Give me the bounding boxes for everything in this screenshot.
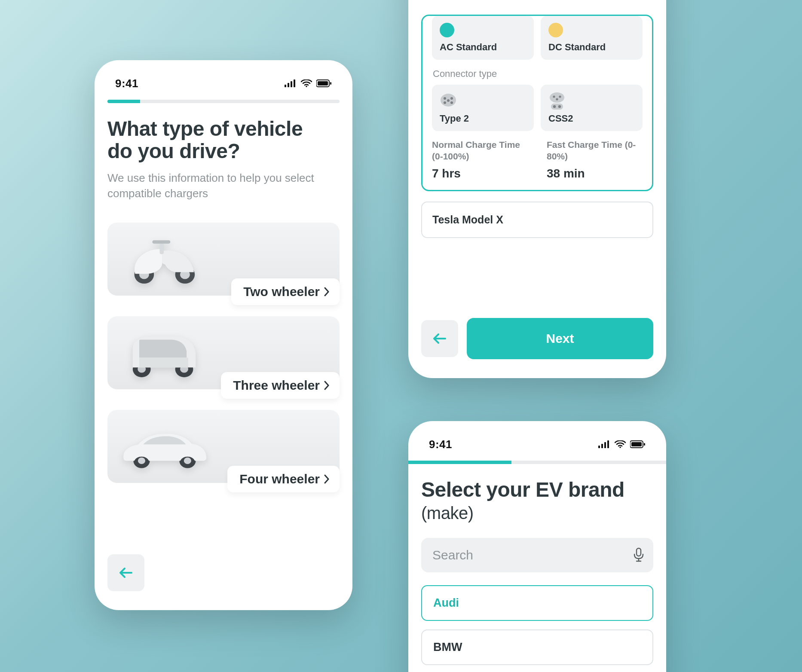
svg-point-31 (559, 95, 561, 98)
type2-connector-icon (440, 92, 457, 109)
progress-fill (408, 461, 511, 464)
svg-point-28 (447, 99, 450, 102)
svg-rect-7 (330, 82, 331, 85)
progress-bar (408, 461, 666, 464)
back-button[interactable] (107, 554, 144, 591)
time-value: 7 hrs (432, 167, 528, 180)
vehicle-options: Two wheeler (107, 223, 340, 483)
css2-connector-icon (548, 92, 566, 109)
status-icons (285, 79, 332, 87)
status-bar: 9:41 (95, 60, 352, 97)
next-button-label: Next (546, 331, 574, 346)
svg-rect-0 (285, 85, 286, 87)
svg-rect-44 (637, 548, 641, 556)
next-button[interactable]: Next (467, 318, 653, 359)
screen-select-brand: 9:41 Select your EV brand (make) Audi (408, 421, 666, 672)
option-three-wheeler[interactable]: Three wheeler (107, 316, 340, 389)
svg-point-26 (444, 101, 446, 104)
brand-item-bmw[interactable]: BMW (421, 629, 653, 665)
svg-rect-33 (551, 104, 563, 110)
svg-point-22 (184, 458, 191, 464)
svg-point-34 (553, 105, 556, 108)
svg-point-35 (558, 105, 561, 108)
normal-charge-time: Normal Charge Time (0-100%) 7 hrs (432, 139, 528, 180)
brand-name: Audi (433, 596, 459, 609)
status-bar: 9:41 (408, 421, 666, 458)
option-label: Four wheeler (227, 466, 340, 492)
arrow-left-icon (119, 567, 133, 579)
charger-ac-chip[interactable]: AC Standard (432, 16, 534, 60)
svg-rect-43 (644, 443, 645, 446)
screen-vehicle-type: 9:41 What type of vehicle do you drive? … (95, 60, 352, 610)
vehicle-option-tesla-model-x[interactable]: Tesla Model X (421, 202, 653, 238)
selected-vehicle-card: AC Standard DC Standard Connector type T… (421, 15, 653, 191)
brand-list: Audi BMW (421, 585, 653, 665)
battery-icon (630, 440, 646, 448)
cellular-icon (598, 440, 610, 448)
svg-rect-37 (601, 444, 603, 448)
svg-point-24 (444, 97, 446, 100)
option-label-text: Four wheeler (239, 472, 320, 486)
page-title: What type of vehicle do you drive? (107, 118, 340, 162)
option-label: Two wheeler (231, 278, 340, 305)
title-main: Select your EV brand (421, 478, 624, 501)
cellular-icon (285, 79, 297, 87)
option-label-text: Tesla Model X (432, 214, 503, 226)
svg-rect-2 (291, 81, 292, 87)
svg-point-40 (619, 446, 621, 448)
option-label-text: Three wheeler (233, 378, 320, 393)
progress-fill (107, 100, 140, 103)
title-line-1: What type of vehicle (107, 117, 303, 140)
chevron-right-icon (323, 380, 330, 391)
back-button[interactable] (421, 320, 458, 357)
option-label: Three wheeler (221, 372, 340, 399)
connector-type2-chip[interactable]: Type 2 (432, 85, 534, 131)
chevron-right-icon (323, 474, 330, 484)
svg-rect-39 (607, 440, 609, 448)
microphone-icon[interactable] (633, 547, 645, 563)
svg-rect-13 (152, 241, 170, 244)
screen-charger-details: AC Standard DC Standard Connector type T… (408, 0, 666, 378)
svg-rect-42 (631, 442, 642, 446)
svg-point-29 (550, 92, 564, 103)
search-input[interactable] (432, 548, 633, 562)
chevron-right-icon (323, 287, 330, 297)
svg-point-20 (138, 458, 145, 464)
chip-label: Type 2 (440, 113, 526, 124)
status-time: 9:41 (115, 77, 138, 90)
title-line-2: do you drive? (107, 140, 240, 162)
svg-point-27 (450, 101, 453, 104)
car-icon (119, 418, 209, 474)
svg-point-4 (306, 86, 307, 87)
option-two-wheeler[interactable]: Two wheeler (107, 223, 340, 296)
progress-bar (107, 100, 340, 103)
connector-css2-chip[interactable]: CSS2 (541, 85, 643, 131)
fast-charge-time: Fast Charge Time (0-80%) 38 min (547, 139, 643, 180)
svg-point-32 (556, 98, 558, 100)
connector-heading: Connector type (433, 68, 643, 79)
chip-label: CSS2 (548, 113, 635, 124)
scooter-icon (119, 231, 209, 287)
brand-item-audi[interactable]: Audi (421, 585, 653, 621)
battery-icon (316, 79, 332, 87)
search-field[interactable] (421, 538, 653, 572)
charger-dc-chip[interactable]: DC Standard (541, 16, 643, 60)
wifi-icon (615, 440, 626, 448)
time-value: 38 min (547, 167, 643, 180)
option-label-text: Two wheeler (243, 284, 320, 299)
ac-dot-icon (440, 23, 454, 37)
chip-label: DC Standard (548, 42, 635, 53)
time-label: Normal Charge Time (0-100%) (432, 139, 528, 162)
status-icons (598, 440, 646, 448)
svg-rect-38 (604, 442, 606, 448)
chip-label: AC Standard (440, 42, 526, 53)
svg-point-25 (450, 97, 453, 100)
page-subtitle: We use this information to help you sele… (107, 170, 340, 202)
svg-rect-1 (288, 83, 289, 87)
svg-rect-12 (160, 243, 164, 254)
brand-name: BMW (433, 641, 462, 654)
svg-rect-6 (318, 81, 328, 86)
option-four-wheeler[interactable]: Four wheeler (107, 410, 340, 483)
svg-rect-3 (294, 79, 295, 87)
arrow-left-icon (432, 333, 447, 345)
